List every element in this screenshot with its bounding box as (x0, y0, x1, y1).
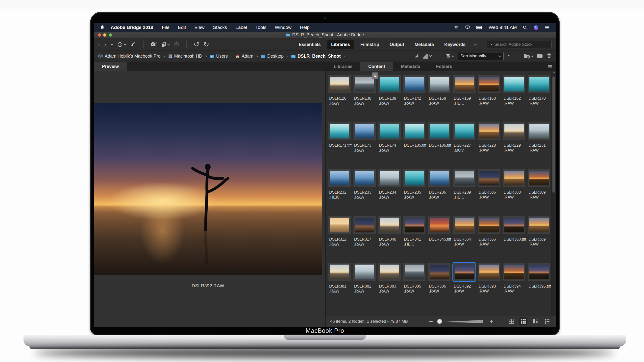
workspace-tab-metadata[interactable]: Metadata (410, 40, 438, 49)
thumbnail-image[interactable] (354, 75, 376, 93)
thumbnail-image[interactable] (378, 75, 401, 93)
thumbnail-item[interactable]: DSLR232.HEIC (327, 169, 352, 216)
filter-button[interactable] (445, 53, 454, 59)
thumbnail-image[interactable] (378, 169, 401, 187)
airplay-display-icon[interactable] (465, 25, 470, 30)
thumbnail-image[interactable] (378, 122, 401, 140)
thumbnail-item[interactable]: DSLR142.RAW (402, 75, 427, 122)
workspace-tab-essentials[interactable]: Essentials (295, 40, 325, 49)
sort-ascending-button[interactable]: ↑ (508, 53, 510, 60)
breadcrumb-current-folder[interactable]: DSLR_Beach_Shoot (291, 54, 340, 59)
view-details-icon[interactable] (531, 318, 539, 326)
thumbnail-image[interactable] (328, 216, 351, 234)
thumbnail-item[interactable]: DSLR228.RAW (477, 122, 502, 169)
thumbnail-image[interactable] (328, 263, 351, 281)
battery-icon[interactable] (476, 26, 483, 29)
thumbnail-image[interactable] (503, 122, 525, 140)
siri-icon[interactable] (533, 25, 538, 30)
thumbnail-item[interactable]: DSLR341.HEIC (402, 216, 427, 263)
thumbnail-image[interactable] (403, 216, 426, 234)
preview-image[interactable] (94, 103, 322, 275)
menu-item-window[interactable]: Window (275, 25, 292, 30)
thumbnail-item[interactable]: DSLR306.RAW (477, 169, 502, 216)
thumbnail-item[interactable]: DSLR340.RAW (377, 216, 402, 263)
search-input[interactable] (494, 42, 549, 47)
menu-app-name[interactable]: Adobe Bridge 2019 (111, 25, 153, 30)
wifi-icon[interactable] (454, 25, 459, 30)
thumbnail-image[interactable] (378, 263, 401, 281)
thumbnail-item[interactable]: DSLR233.RAW (352, 169, 377, 216)
thumbnail-image[interactable] (528, 75, 550, 93)
back-button[interactable]: ‹ (98, 41, 100, 48)
menu-item-stacks[interactable]: Stacks (213, 25, 227, 30)
import-from-camera-button[interactable] (150, 41, 157, 48)
tab-metadata[interactable]: Metadata (393, 62, 428, 71)
thumbnail-item[interactable]: DSLR120.RAW (327, 75, 352, 122)
thumbnail-image[interactable] (354, 263, 376, 281)
thumbnail-image[interactable] (453, 169, 476, 187)
thumbnail-item[interactable]: DSLR308.RAW (502, 169, 527, 216)
thumbnail-image[interactable] (378, 216, 401, 234)
zoom-in-button[interactable]: + (490, 318, 493, 325)
thumbnail-image[interactable] (453, 122, 476, 140)
thumbnail-size-slider[interactable] (436, 318, 486, 325)
breadcrumb-desktop[interactable]: Desktop (261, 54, 284, 59)
thumbnail-item[interactable]: DSLR312.RAW (327, 216, 352, 263)
menu-clock[interactable]: Wed 9:41 AM (488, 25, 517, 30)
thumbnail-item[interactable]: DSLR158.RAW (427, 75, 452, 122)
tab-content[interactable]: Content (360, 62, 393, 71)
adobe-stock-search[interactable] (487, 41, 552, 48)
thumbnail-image[interactable] (478, 169, 500, 187)
thumbnail-image[interactable] (453, 216, 476, 234)
thumbnail-image[interactable] (528, 263, 550, 281)
delete-trash-button[interactable] (546, 53, 552, 60)
menu-item-help[interactable]: Help (300, 25, 310, 30)
thumbnail-image[interactable] (503, 263, 525, 281)
thumbnail-item[interactable]: DSLR235.RAW (402, 169, 427, 216)
thumbnail-item[interactable]: DSLR368.tiff (502, 216, 527, 263)
thumbnail-image[interactable] (428, 216, 450, 234)
thumbnail-item[interactable]: DSLR309.RAW (526, 169, 552, 216)
thumbnail-image[interactable] (403, 169, 426, 187)
thumbnail-image[interactable] (354, 169, 376, 187)
thumbnail-item[interactable]: DSLR234.RAW (377, 169, 402, 216)
sort-dropdown[interactable]: Sort Manually (458, 52, 504, 60)
tab-folders[interactable]: Folders (428, 62, 460, 71)
new-folder-button[interactable] (537, 53, 543, 59)
quality-preview-button[interactable] (423, 53, 432, 59)
thumbnail-image[interactable] (478, 122, 500, 140)
panel-menu-icon[interactable] (548, 62, 556, 71)
thumbnail-image-selected[interactable] (453, 263, 476, 281)
menu-item-label[interactable]: Label (235, 25, 247, 30)
thumbnail-image[interactable] (503, 169, 525, 187)
thumbnail-image[interactable] (403, 122, 426, 140)
scrollbar-thumb[interactable] (552, 76, 555, 193)
thumbnail-item[interactable]: DSLR395.tiff (526, 263, 552, 310)
thumbnail-item[interactable]: DSLR239.HEIC (452, 169, 477, 216)
thumbnail-image[interactable] (328, 75, 351, 93)
thumbnail-item[interactable]: DSLR364.RAW (452, 216, 477, 263)
search-scope-chevron-icon[interactable] (491, 43, 492, 45)
thumbnail-item[interactable]: DSLR159.HEIC (452, 75, 477, 122)
thumbnail-item[interactable]: DSLR227.MOV (452, 122, 477, 169)
quality-thumbnails-icon[interactable] (414, 53, 419, 59)
thumbnail-item[interactable]: DSLR386.RAW (427, 263, 452, 310)
thumbnail-item[interactable]: DSLR170.RAW (526, 75, 552, 122)
thumbnail-image[interactable] (528, 169, 550, 187)
thumbnail-image[interactable] (453, 75, 476, 93)
recent-locations-chevron-icon[interactable] (111, 42, 114, 45)
thumbnail-item[interactable]: DSLR160.RAW (477, 75, 502, 122)
thumbnail-item[interactable]: DSLR186.tiff (427, 122, 452, 169)
workspace-overflow-chevron-icon[interactable] (474, 42, 477, 45)
thumbnail-item[interactable]: DSLR385.RAW (402, 263, 427, 310)
thumbnail-item[interactable]: DSLR393.RAW (477, 263, 502, 310)
thumbnail-item[interactable]: DSLR171.tiff (327, 122, 352, 169)
recent-files-button[interactable] (161, 42, 170, 47)
thumbnail-image[interactable] (478, 216, 500, 234)
thumbnail-image[interactable] (503, 216, 525, 234)
menu-item-tools[interactable]: Tools (256, 25, 266, 30)
thumbnail-item[interactable]: DSLR383.RAW (377, 263, 402, 310)
open-recent-folder-button[interactable] (524, 53, 533, 59)
zoom-out-button[interactable]: − (429, 318, 433, 325)
apple-menu-icon[interactable] (100, 24, 105, 30)
